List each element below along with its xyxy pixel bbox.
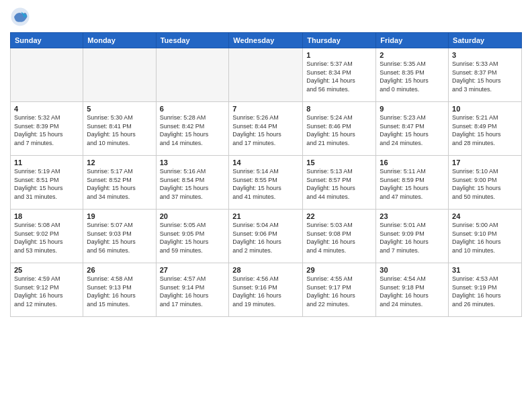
weekday-header-saturday: Saturday xyxy=(449,33,522,48)
day-number: 11 xyxy=(14,158,79,167)
calendar-cell: 21Sunrise: 5:04 AM Sunset: 9:06 PM Dayli… xyxy=(229,210,303,263)
day-info: Sunrise: 5:16 AM Sunset: 8:54 PM Dayligh… xyxy=(160,167,226,201)
day-number: 12 xyxy=(87,158,152,167)
calendar-cell: 19Sunrise: 5:07 AM Sunset: 9:03 PM Dayli… xyxy=(83,210,156,263)
day-number: 3 xyxy=(452,51,518,59)
calendar-table: SundayMondayTuesdayWednesdayThursdayFrid… xyxy=(10,32,522,317)
weekday-header-sunday: Sunday xyxy=(11,33,83,48)
calendar-cell: 27Sunrise: 4:57 AM Sunset: 9:14 PM Dayli… xyxy=(156,263,229,317)
day-info: Sunrise: 4:53 AM Sunset: 9:19 PM Dayligh… xyxy=(452,275,518,308)
calendar-cell: 25Sunrise: 4:59 AM Sunset: 9:12 PM Dayli… xyxy=(11,263,83,317)
calendar-cell: 31Sunrise: 4:53 AM Sunset: 9:19 PM Dayli… xyxy=(449,263,522,317)
day-number: 8 xyxy=(306,105,372,113)
calendar-cell: 22Sunrise: 5:03 AM Sunset: 9:08 PM Dayli… xyxy=(303,210,376,263)
day-info: Sunrise: 5:05 AM Sunset: 9:05 PM Dayligh… xyxy=(160,221,226,255)
day-number: 15 xyxy=(306,158,372,167)
calendar-cell: 23Sunrise: 5:01 AM Sunset: 9:09 PM Dayli… xyxy=(376,210,449,263)
day-info: Sunrise: 5:00 AM Sunset: 9:10 PM Dayligh… xyxy=(452,221,518,255)
day-info: Sunrise: 5:35 AM Sunset: 8:35 PM Dayligh… xyxy=(380,60,445,93)
day-info: Sunrise: 4:58 AM Sunset: 9:13 PM Dayligh… xyxy=(87,275,152,308)
day-info: Sunrise: 5:21 AM Sunset: 8:49 PM Dayligh… xyxy=(452,113,518,147)
day-number: 20 xyxy=(160,212,226,220)
day-info: Sunrise: 5:37 AM Sunset: 8:34 PM Dayligh… xyxy=(306,60,372,93)
calendar-cell: 14Sunrise: 5:14 AM Sunset: 8:55 PM Dayli… xyxy=(229,156,303,210)
day-info: Sunrise: 5:26 AM Sunset: 8:44 PM Dayligh… xyxy=(232,113,299,147)
week-row-1: 1Sunrise: 5:37 AM Sunset: 8:34 PM Daylig… xyxy=(11,48,522,102)
logo xyxy=(10,7,34,27)
calendar-cell: 11Sunrise: 5:19 AM Sunset: 8:51 PM Dayli… xyxy=(11,156,83,210)
day-info: Sunrise: 5:24 AM Sunset: 8:46 PM Dayligh… xyxy=(306,113,372,147)
calendar-cell: 20Sunrise: 5:05 AM Sunset: 9:05 PM Dayli… xyxy=(156,210,229,263)
calendar-cell: 15Sunrise: 5:13 AM Sunset: 8:57 PM Dayli… xyxy=(303,156,376,210)
calendar-cell: 17Sunrise: 5:10 AM Sunset: 9:00 PM Dayli… xyxy=(449,156,522,210)
day-info: Sunrise: 5:08 AM Sunset: 9:02 PM Dayligh… xyxy=(14,221,79,255)
day-number: 10 xyxy=(452,105,518,113)
day-info: Sunrise: 5:14 AM Sunset: 8:55 PM Dayligh… xyxy=(232,167,299,201)
day-info: Sunrise: 5:32 AM Sunset: 8:39 PM Dayligh… xyxy=(14,113,79,147)
day-number: 28 xyxy=(232,266,299,274)
calendar-cell: 1Sunrise: 5:37 AM Sunset: 8:34 PM Daylig… xyxy=(303,48,376,102)
calendar-cell: 28Sunrise: 4:56 AM Sunset: 9:16 PM Dayli… xyxy=(229,263,303,317)
calendar-cell: 13Sunrise: 5:16 AM Sunset: 8:54 PM Dayli… xyxy=(156,156,229,210)
calendar-cell: 6Sunrise: 5:28 AM Sunset: 8:42 PM Daylig… xyxy=(156,102,229,156)
calendar-cell xyxy=(156,48,229,102)
day-info: Sunrise: 5:01 AM Sunset: 9:09 PM Dayligh… xyxy=(380,221,445,255)
day-number: 1 xyxy=(306,51,372,59)
day-number: 16 xyxy=(380,158,445,167)
week-row-5: 25Sunrise: 4:59 AM Sunset: 9:12 PM Dayli… xyxy=(11,263,522,317)
calendar-cell xyxy=(83,48,156,102)
calendar-cell: 29Sunrise: 4:55 AM Sunset: 9:17 PM Dayli… xyxy=(303,263,376,317)
week-row-4: 18Sunrise: 5:08 AM Sunset: 9:02 PM Dayli… xyxy=(11,210,522,263)
header xyxy=(10,7,522,27)
day-number: 25 xyxy=(14,266,79,274)
day-number: 22 xyxy=(306,212,372,220)
calendar-cell: 16Sunrise: 5:11 AM Sunset: 8:59 PM Dayli… xyxy=(376,156,449,210)
day-info: Sunrise: 5:28 AM Sunset: 8:42 PM Dayligh… xyxy=(160,113,226,147)
day-number: 23 xyxy=(380,212,445,220)
calendar-cell: 2Sunrise: 5:35 AM Sunset: 8:35 PM Daylig… xyxy=(376,48,449,102)
day-number: 14 xyxy=(232,158,299,167)
day-number: 21 xyxy=(232,212,299,220)
day-info: Sunrise: 4:59 AM Sunset: 9:12 PM Dayligh… xyxy=(14,275,79,308)
calendar-cell: 9Sunrise: 5:23 AM Sunset: 8:47 PM Daylig… xyxy=(376,102,449,156)
day-number: 29 xyxy=(306,266,372,274)
day-info: Sunrise: 4:55 AM Sunset: 9:17 PM Dayligh… xyxy=(306,275,372,308)
day-info: Sunrise: 5:11 AM Sunset: 8:59 PM Dayligh… xyxy=(380,167,445,201)
day-info: Sunrise: 4:57 AM Sunset: 9:14 PM Dayligh… xyxy=(160,275,226,308)
day-number: 26 xyxy=(87,266,152,274)
day-number: 7 xyxy=(232,105,299,113)
day-number: 24 xyxy=(452,212,518,220)
day-info: Sunrise: 5:07 AM Sunset: 9:03 PM Dayligh… xyxy=(87,221,152,255)
calendar-cell: 7Sunrise: 5:26 AM Sunset: 8:44 PM Daylig… xyxy=(229,102,303,156)
day-number: 5 xyxy=(87,105,152,113)
day-number: 19 xyxy=(87,212,152,220)
calendar-cell: 8Sunrise: 5:24 AM Sunset: 8:46 PM Daylig… xyxy=(303,102,376,156)
calendar-cell xyxy=(229,48,303,102)
calendar-cell: 10Sunrise: 5:21 AM Sunset: 8:49 PM Dayli… xyxy=(449,102,522,156)
day-info: Sunrise: 5:03 AM Sunset: 9:08 PM Dayligh… xyxy=(306,221,372,255)
day-number: 9 xyxy=(380,105,445,113)
day-number: 30 xyxy=(380,266,445,274)
logo-icon xyxy=(10,7,30,27)
calendar-cell: 12Sunrise: 5:17 AM Sunset: 8:52 PM Dayli… xyxy=(83,156,156,210)
weekday-header-thursday: Thursday xyxy=(303,33,376,48)
weekday-header-monday: Monday xyxy=(83,33,156,48)
weekday-header-wednesday: Wednesday xyxy=(229,33,303,48)
day-info: Sunrise: 5:30 AM Sunset: 8:41 PM Dayligh… xyxy=(87,113,152,147)
day-info: Sunrise: 5:33 AM Sunset: 8:37 PM Dayligh… xyxy=(452,60,518,93)
day-info: Sunrise: 5:19 AM Sunset: 8:51 PM Dayligh… xyxy=(14,167,79,201)
day-number: 13 xyxy=(160,158,226,167)
calendar-cell: 30Sunrise: 4:54 AM Sunset: 9:18 PM Dayli… xyxy=(376,263,449,317)
day-number: 18 xyxy=(14,212,79,220)
day-number: 4 xyxy=(14,105,79,113)
day-number: 2 xyxy=(380,51,445,59)
day-info: Sunrise: 4:54 AM Sunset: 9:18 PM Dayligh… xyxy=(380,275,445,308)
week-row-3: 11Sunrise: 5:19 AM Sunset: 8:51 PM Dayli… xyxy=(11,156,522,210)
day-number: 17 xyxy=(452,158,518,167)
calendar-page: SundayMondayTuesdayWednesdayThursdayFrid… xyxy=(0,0,532,411)
day-number: 31 xyxy=(452,266,518,274)
day-info: Sunrise: 4:56 AM Sunset: 9:16 PM Dayligh… xyxy=(232,275,299,308)
calendar-cell xyxy=(11,48,83,102)
week-row-2: 4Sunrise: 5:32 AM Sunset: 8:39 PM Daylig… xyxy=(11,102,522,156)
weekday-header-tuesday: Tuesday xyxy=(156,33,229,48)
